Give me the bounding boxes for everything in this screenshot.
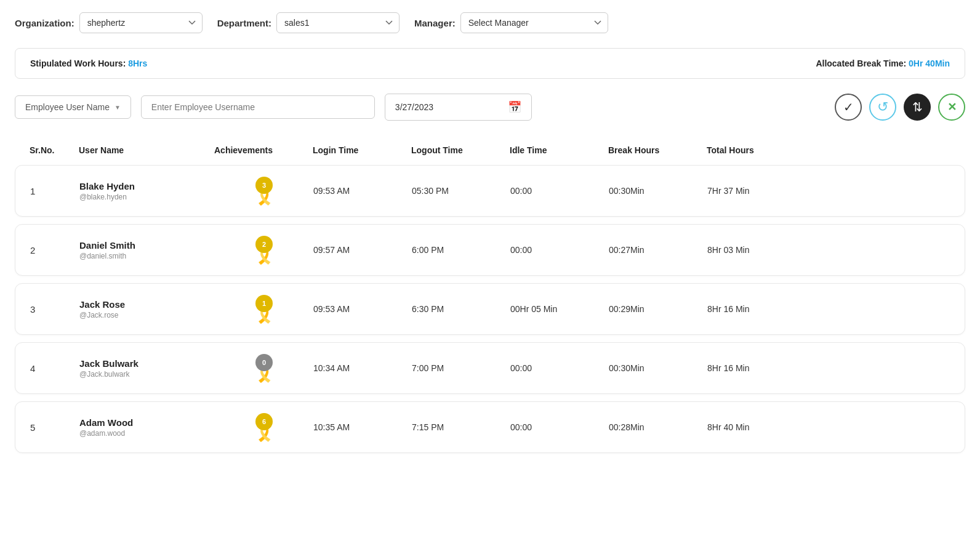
badge-count: 1 xyxy=(255,295,273,312)
login-time: 09:53 AM xyxy=(313,186,412,196)
user-info: Jack Bulwark @Jack.bulwark xyxy=(79,358,215,379)
department-filter: Department: sales1 xyxy=(217,12,400,33)
user-name: Jack Bulwark xyxy=(79,358,215,369)
sr-number: 2 xyxy=(30,245,79,255)
total-hours: 8Hr 03 Min xyxy=(707,245,806,255)
employee-username-input[interactable] xyxy=(141,95,375,119)
table-header: Sr.No. User Name Achievements Login Time… xyxy=(15,140,965,160)
total-hours: 7Hr 37 Min xyxy=(707,186,806,196)
check-button[interactable]: ✓ xyxy=(835,94,862,121)
employee-filter-dropdown[interactable]: Employee User Name ▼ xyxy=(15,95,131,119)
logout-time: 6:30 PM xyxy=(412,304,510,314)
col-total: Total Hours xyxy=(707,145,805,155)
col-logout: Logout Time xyxy=(411,145,510,155)
manager-label: Manager: xyxy=(414,18,456,28)
table-row: 1 Blake Hyden @blake.hyden 3 🎗️ 09:53 AM… xyxy=(15,165,965,217)
idle-time: 00:00 xyxy=(510,422,609,432)
logout-time: 05:30 PM xyxy=(412,186,510,196)
badge-count: 6 xyxy=(255,413,273,430)
user-info: Adam Wood @adam.wood xyxy=(79,417,215,438)
user-handle: @blake.hyden xyxy=(79,193,215,201)
calendar-icon[interactable]: 📅 xyxy=(508,100,521,114)
login-time: 10:35 AM xyxy=(313,422,412,432)
sr-number: 5 xyxy=(30,422,79,433)
user-name: Daniel Smith xyxy=(79,240,215,251)
organization-label: Organization: xyxy=(15,18,74,28)
break-time-value: 0Hr 40Min xyxy=(909,58,950,68)
user-name: Adam Wood xyxy=(79,417,215,428)
department-select[interactable]: sales1 xyxy=(276,12,400,33)
total-hours: 8Hr 16 Min xyxy=(707,363,806,373)
organization-select[interactable]: shephertz xyxy=(79,12,203,33)
table-row: 2 Daniel Smith @daniel.smith 2 🎗️ 09:57 … xyxy=(15,224,965,276)
idle-time: 00:00 xyxy=(510,363,609,373)
date-picker-wrapper: 📅 xyxy=(385,94,532,121)
manager-select[interactable]: Select Manager xyxy=(460,12,608,33)
achievement-badge: 3 🎗️ xyxy=(215,177,313,205)
break-hours: 00:28Min xyxy=(609,422,707,432)
total-hours: 8Hr 16 Min xyxy=(707,304,806,314)
col-srno: Sr.No. xyxy=(30,145,79,155)
break-hours: 00:30Min xyxy=(609,363,707,373)
user-info: Jack Rose @Jack.rose xyxy=(79,299,215,319)
table-row: 3 Jack Rose @Jack.rose 1 🎗️ 09:53 AM 6:3… xyxy=(15,283,965,335)
col-idle: Idle Time xyxy=(510,145,608,155)
achievement-badge: 0 🎗️ xyxy=(215,354,313,382)
break-hours: 00:30Min xyxy=(609,186,707,196)
break-hours: 00:29Min xyxy=(609,304,707,314)
user-name: Jack Rose xyxy=(79,299,215,310)
login-time: 10:34 AM xyxy=(313,363,412,373)
badge-count: 3 xyxy=(255,177,273,194)
table-row: 5 Adam Wood @adam.wood 6 🎗️ 10:35 AM 7:1… xyxy=(15,401,965,453)
user-name: Blake Hyden xyxy=(79,181,215,191)
user-handle: @Jack.rose xyxy=(79,311,215,319)
achievement-badge: 2 🎗️ xyxy=(215,236,313,264)
logout-time: 6:00 PM xyxy=(412,245,510,255)
total-hours: 8Hr 40 Min xyxy=(707,422,806,432)
sort-button[interactable]: ⇅ xyxy=(904,94,931,121)
date-input[interactable] xyxy=(395,102,503,112)
search-bar: Employee User Name ▼ 📅 ✓ ↺ ⇅ ✕ xyxy=(15,94,965,121)
user-info: Blake Hyden @blake.hyden xyxy=(79,181,215,201)
sr-number: 3 xyxy=(30,304,79,315)
idle-time: 00:00 xyxy=(510,245,609,255)
work-hours-value: 8Hrs xyxy=(128,58,147,68)
col-username: User Name xyxy=(79,145,214,155)
user-handle: @Jack.bulwark xyxy=(79,370,215,379)
badge-count: 0 xyxy=(255,354,273,371)
badge-count: 2 xyxy=(255,236,273,253)
user-handle: @daniel.smith xyxy=(79,252,215,260)
chevron-down-icon: ▼ xyxy=(114,104,121,111)
sr-number: 4 xyxy=(30,363,79,374)
table-row: 4 Jack Bulwark @Jack.bulwark 0 🎗️ 10:34 … xyxy=(15,342,965,394)
login-time: 09:57 AM xyxy=(313,245,412,255)
idle-time: 00Hr 05 Min xyxy=(510,304,609,314)
achievement-badge: 6 🎗️ xyxy=(215,413,313,441)
employee-table: Sr.No. User Name Achievements Login Time… xyxy=(15,140,965,453)
excel-export-button[interactable]: ✕ xyxy=(938,94,965,121)
col-break: Break Hours xyxy=(608,145,707,155)
work-hours-info: Stipulated Work Hours: 8Hrs xyxy=(30,58,147,68)
sr-number: 1 xyxy=(30,186,79,196)
logout-time: 7:00 PM xyxy=(412,363,510,373)
user-info: Daniel Smith @daniel.smith xyxy=(79,240,215,260)
department-label: Department: xyxy=(217,18,271,28)
break-time-info: Allocated Break Time: 0Hr 40Min xyxy=(816,58,950,68)
info-bar: Stipulated Work Hours: 8Hrs Allocated Br… xyxy=(15,48,965,79)
login-time: 09:53 AM xyxy=(313,304,412,314)
manager-filter: Manager: Select Manager xyxy=(414,12,608,33)
action-buttons: ✓ ↺ ⇅ ✕ xyxy=(835,94,965,121)
refresh-button[interactable]: ↺ xyxy=(869,94,896,121)
logout-time: 7:15 PM xyxy=(412,422,510,432)
achievement-badge: 1 🎗️ xyxy=(215,295,313,323)
user-handle: @adam.wood xyxy=(79,429,215,438)
col-achievements: Achievements xyxy=(214,145,313,155)
organization-filter: Organization: shephertz xyxy=(15,12,203,33)
idle-time: 00:00 xyxy=(510,186,609,196)
col-login: Login Time xyxy=(313,145,411,155)
break-hours: 00:27Min xyxy=(609,245,707,255)
